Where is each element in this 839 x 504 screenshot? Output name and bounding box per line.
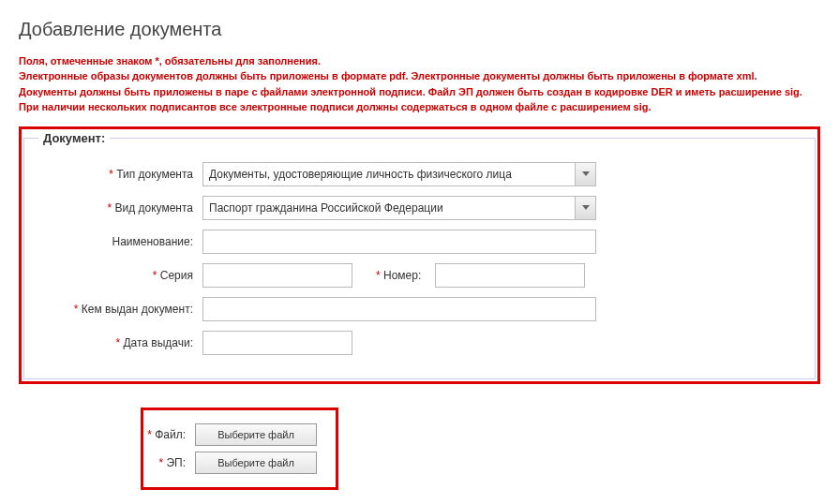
instruction-line: Поля, отмеченные знаком *, обязательны д…	[19, 54, 820, 68]
choose-file-button[interactable]: Выберите файл	[195, 423, 317, 446]
row-series-number: Серия Номер:	[38, 263, 801, 288]
file-section: Файл: Выберите файл ЭП: Выберите файл	[19, 398, 820, 499]
input-issued-by[interactable]	[202, 297, 596, 321]
input-number[interactable]	[435, 263, 585, 288]
input-name[interactable]	[202, 230, 596, 254]
document-fieldset-highlight: Документ: Тип документа Документы, удост…	[19, 126, 820, 384]
select-doc-kind[interactable]: Паспорт гражданина Российской Федерации	[202, 196, 596, 220]
page-title: Добавление документа	[19, 19, 820, 40]
input-issue-date[interactable]	[202, 331, 352, 355]
label-doc-type: Тип документа	[38, 168, 202, 181]
document-fieldset: Документ: Тип документа Документы, удост…	[23, 131, 816, 379]
label-name: Наименование:	[38, 235, 202, 248]
label-issued-by: Кем выдан документ:	[38, 303, 202, 316]
label-issue-date: Дата выдачи:	[38, 336, 202, 349]
input-series[interactable]	[202, 263, 352, 288]
row-issue-date: Дата выдачи:	[38, 331, 801, 355]
label-series: Серия	[38, 269, 202, 282]
file-highlight: Файл: Выберите файл ЭП: Выберите файл	[141, 408, 338, 490]
row-ep: ЭП: Выберите файл	[143, 452, 317, 474]
row-doc-type: Тип документа Документы, удостоверяющие …	[38, 162, 801, 186]
fieldset-legend: Документ:	[38, 131, 110, 145]
instruction-line: Электронные образы документов должны быт…	[19, 69, 820, 83]
row-file: Файл: Выберите файл	[143, 423, 317, 446]
row-doc-kind: Вид документа Паспорт гражданина Российс…	[38, 196, 801, 220]
instruction-line: При наличии нескольких подписантов все э…	[19, 100, 820, 114]
label-ep: ЭП:	[143, 456, 195, 469]
label-doc-kind: Вид документа	[38, 201, 202, 215]
instruction-line: Документы должны быть приложены в паре с…	[19, 85, 820, 99]
select-doc-type[interactable]: Документы, удостоверяющие личность физич…	[202, 162, 596, 186]
choose-ep-button[interactable]: Выберите файл	[195, 452, 317, 474]
label-file: Файл:	[143, 428, 195, 441]
row-name: Наименование:	[38, 230, 801, 254]
instructions-block: Поля, отмеченные знаком *, обязательны д…	[19, 54, 820, 115]
row-issued-by: Кем выдан документ:	[38, 297, 801, 321]
label-number: Номер:	[362, 269, 426, 282]
